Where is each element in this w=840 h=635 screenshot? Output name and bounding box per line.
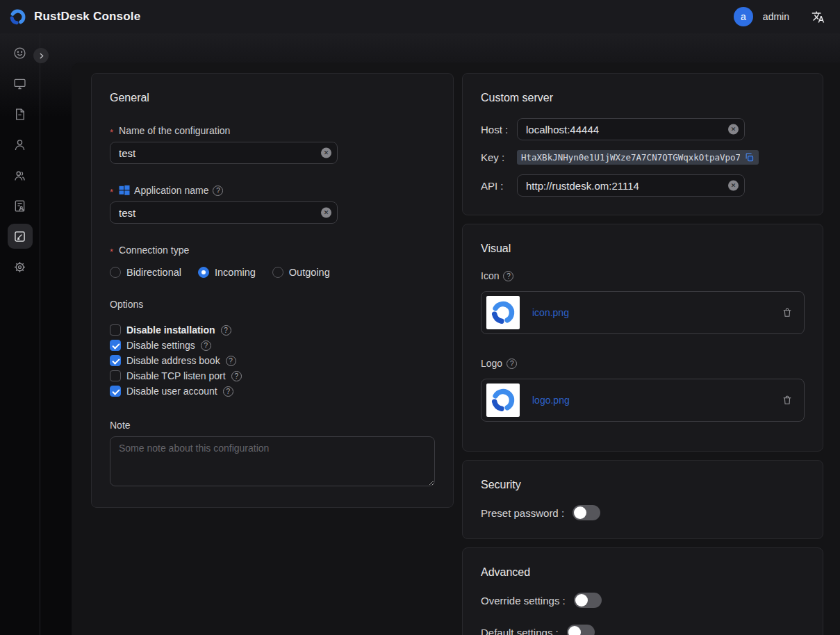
icon-file-link[interactable]: icon.png bbox=[532, 307, 569, 318]
radio-bidirectional[interactable]: Bidirectional bbox=[110, 267, 181, 278]
disable-tcp-listen-port-help-icon[interactable]: ? bbox=[231, 371, 242, 381]
top-header: RustDesk Console a admin bbox=[0, 0, 840, 33]
sidebar-item-audit-log[interactable] bbox=[8, 193, 33, 218]
icon-preview bbox=[486, 296, 520, 329]
connection-type-label: Connection type bbox=[119, 245, 189, 256]
application-name-help-icon[interactable]: ? bbox=[213, 185, 223, 196]
logo-label: Logo bbox=[481, 358, 502, 369]
rustdesk-console-screen: RustDesk Console a admin bbox=[0, 0, 840, 635]
radio-label: Outgoing bbox=[289, 267, 330, 278]
advanced-card: Advanced Override settings : Default set… bbox=[462, 547, 823, 635]
trash-icon bbox=[782, 395, 793, 406]
radio-circle[interactable] bbox=[110, 267, 121, 278]
config-name-input[interactable] bbox=[110, 142, 338, 164]
custom-server-title: Custom server bbox=[481, 92, 805, 104]
radio-label: Incoming bbox=[215, 267, 256, 278]
general-title: General bbox=[110, 92, 435, 104]
required-asterisk: * bbox=[110, 247, 113, 257]
radio-circle[interactable] bbox=[272, 267, 283, 278]
clear-api-icon[interactable]: ✕ bbox=[728, 181, 739, 191]
icon-help-icon[interactable]: ? bbox=[503, 271, 513, 281]
disable-user-account-help-icon[interactable]: ? bbox=[223, 386, 233, 397]
icon-file-row: icon.png bbox=[481, 291, 805, 334]
logo-preview bbox=[486, 384, 520, 417]
clear-application-name-icon[interactable]: ✕ bbox=[321, 208, 331, 218]
language-switch-button[interactable] bbox=[812, 10, 825, 24]
checkbox-disable-address-book[interactable]: Disable address book ? bbox=[110, 353, 435, 368]
avatar[interactable]: a bbox=[734, 7, 753, 26]
radio-circle[interactable] bbox=[198, 267, 209, 278]
checkbox-box[interactable] bbox=[110, 370, 121, 381]
logo-file-link[interactable]: logo.png bbox=[532, 395, 570, 406]
trash-icon bbox=[782, 307, 793, 318]
sidebar-item-devices[interactable] bbox=[8, 71, 33, 96]
checkbox-box[interactable] bbox=[110, 340, 121, 351]
server-key-field: HtaXBkJNHyn0e1U1jWXze7A7CN7QTGWqxkOtpaVp… bbox=[517, 150, 759, 165]
general-card: General * Name of the configuration ✕ * bbox=[91, 73, 454, 508]
rustdesk-logo-icon bbox=[8, 8, 27, 26]
clear-host-icon[interactable]: ✕ bbox=[728, 124, 739, 135]
override-settings-label: Override settings : bbox=[481, 595, 566, 607]
user-icon bbox=[13, 138, 27, 152]
checkbox-box[interactable] bbox=[110, 386, 121, 397]
checkbox-label: Disable settings bbox=[126, 340, 195, 351]
sidebar-item-users[interactable] bbox=[8, 132, 33, 157]
user-name[interactable]: admin bbox=[763, 11, 789, 22]
checkbox-disable-user-account[interactable]: Disable user account ? bbox=[110, 384, 435, 399]
delete-icon-button[interactable] bbox=[782, 307, 793, 318]
sidebar-item-settings[interactable] bbox=[8, 254, 33, 279]
disable-settings-help-icon[interactable]: ? bbox=[201, 340, 211, 351]
checkbox-box[interactable] bbox=[110, 324, 121, 336]
delete-logo-button[interactable] bbox=[782, 395, 793, 406]
preset-password-label: Preset password : bbox=[481, 507, 564, 519]
audit-log-icon bbox=[13, 199, 27, 213]
disable-installation-help-icon[interactable]: ? bbox=[221, 325, 231, 336]
checkbox-disable-settings[interactable]: Disable settings ? bbox=[110, 338, 435, 353]
edit-icon bbox=[13, 229, 27, 244]
required-asterisk: * bbox=[110, 187, 113, 197]
options-label: Options bbox=[110, 299, 143, 310]
sidebar-item-groups[interactable] bbox=[8, 163, 33, 188]
radio-incoming[interactable]: Incoming bbox=[198, 267, 256, 278]
host-label: Host : bbox=[481, 124, 517, 135]
sidebar-expand-button[interactable] bbox=[33, 48, 49, 63]
app-title: RustDesk Console bbox=[34, 10, 140, 24]
visual-card: Visual Icon ? icon.png bbox=[462, 224, 823, 452]
logo-file-row: logo.png bbox=[481, 379, 805, 422]
application-name-input[interactable] bbox=[110, 201, 338, 224]
sidebar-item-configurations[interactable] bbox=[8, 224, 33, 249]
copy-key-button[interactable] bbox=[744, 152, 755, 163]
sidebar-item-dashboard[interactable] bbox=[8, 40, 33, 65]
default-settings-label: Default settings : bbox=[481, 627, 559, 635]
chevron-right-icon bbox=[38, 52, 45, 60]
clear-config-name-icon[interactable]: ✕ bbox=[321, 148, 331, 158]
logo-help-icon[interactable]: ? bbox=[507, 358, 517, 369]
checkbox-label: Disable address book bbox=[126, 355, 220, 366]
preset-password-toggle[interactable] bbox=[573, 505, 600, 520]
override-settings-toggle[interactable] bbox=[574, 593, 602, 608]
required-asterisk: * bbox=[110, 127, 113, 138]
server-key-value: HtaXBkJNHyn0e1U1jWXze7A7CN7QTGWqxkOtpaVp… bbox=[521, 152, 740, 163]
config-name-label: Name of the configuration bbox=[119, 125, 230, 136]
checkbox-label: Disable installation bbox=[126, 324, 215, 336]
visual-title: Visual bbox=[481, 242, 805, 255]
host-input[interactable] bbox=[517, 118, 745, 140]
checkbox-disable-installation[interactable]: Disable installation ? bbox=[110, 322, 435, 338]
configuration-page: General * Name of the configuration ✕ * bbox=[72, 63, 840, 635]
security-card: Security Preset password : bbox=[462, 460, 823, 539]
document-icon bbox=[13, 107, 27, 122]
security-title: Security bbox=[481, 479, 805, 491]
checkbox-box[interactable] bbox=[110, 355, 121, 366]
disable-address-book-help-icon[interactable]: ? bbox=[226, 356, 236, 366]
api-input[interactable] bbox=[517, 174, 745, 197]
options-list: Disable installation ? Disable settings … bbox=[110, 322, 435, 399]
rustdesk-logo-icon bbox=[489, 386, 517, 414]
rustdesk-logo-icon bbox=[489, 299, 517, 327]
advanced-title: Advanced bbox=[481, 566, 805, 579]
note-textarea[interactable] bbox=[110, 436, 435, 486]
sidebar-item-documents[interactable] bbox=[8, 101, 33, 126]
checkbox-disable-tcp-listen-port[interactable]: Disable TCP listen port ? bbox=[110, 368, 435, 384]
radio-outgoing[interactable]: Outgoing bbox=[272, 267, 330, 278]
default-settings-toggle[interactable] bbox=[567, 625, 595, 635]
api-label: API : bbox=[481, 180, 517, 192]
